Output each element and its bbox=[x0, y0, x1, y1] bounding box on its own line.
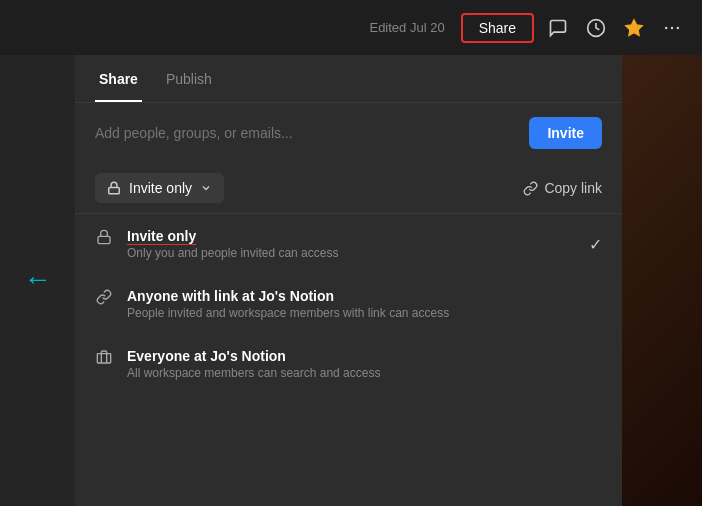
tab-publish[interactable]: Publish bbox=[162, 55, 216, 102]
history-icon[interactable] bbox=[582, 14, 610, 42]
dropdown-item-everyone[interactable]: Everyone at Jo's Notion All workspace me… bbox=[75, 334, 622, 394]
copy-link-label: Copy link bbox=[544, 180, 602, 196]
link-icon bbox=[523, 181, 538, 196]
svg-rect-7 bbox=[97, 354, 110, 363]
tabs-bar: Share Publish bbox=[75, 55, 622, 103]
lock-icon bbox=[107, 181, 121, 195]
invite-input[interactable] bbox=[95, 125, 519, 141]
copy-link-button[interactable]: Copy link bbox=[523, 180, 602, 196]
invite-section: Invite bbox=[75, 103, 622, 163]
sidebar-arrow: → bbox=[0, 55, 75, 506]
invite-button[interactable]: Invite bbox=[529, 117, 602, 149]
edited-label: Edited Jul 20 bbox=[369, 20, 444, 35]
invite-only-title: Invite only bbox=[127, 228, 575, 244]
dropdown-item-invite-only[interactable]: Invite only Only you and people invited … bbox=[75, 214, 622, 274]
access-row: Invite only Copy link bbox=[75, 163, 622, 213]
more-icon[interactable] bbox=[658, 14, 686, 42]
anyone-link-title: Anyone with link at Jo's Notion bbox=[127, 288, 602, 304]
access-dropdown: Invite only Only you and people invited … bbox=[75, 213, 622, 394]
selected-checkmark: ✓ bbox=[589, 235, 602, 254]
link-item-icon bbox=[95, 289, 113, 309]
tab-share[interactable]: Share bbox=[95, 55, 142, 102]
anyone-link-desc: People invited and workspace members wit… bbox=[127, 306, 602, 320]
invite-only-desc: Only you and people invited can access bbox=[127, 246, 575, 260]
right-image-area bbox=[622, 55, 702, 506]
chevron-down-icon bbox=[200, 182, 212, 194]
arrow-icon: → bbox=[24, 265, 52, 297]
invite-only-dropdown-button[interactable]: Invite only bbox=[95, 173, 224, 203]
svg-point-4 bbox=[677, 26, 680, 29]
svg-rect-5 bbox=[109, 187, 120, 193]
share-button[interactable]: Share bbox=[461, 13, 534, 43]
building-item-icon bbox=[95, 349, 113, 369]
lock-item-icon bbox=[95, 229, 113, 249]
invite-only-label: Invite only bbox=[129, 180, 192, 196]
chat-icon[interactable] bbox=[544, 14, 572, 42]
svg-point-2 bbox=[665, 26, 668, 29]
everyone-desc: All workspace members can search and acc… bbox=[127, 366, 602, 380]
svg-marker-1 bbox=[626, 19, 643, 35]
dropdown-item-anyone-link[interactable]: Anyone with link at Jo's Notion People i… bbox=[75, 274, 622, 334]
everyone-title: Everyone at Jo's Notion bbox=[127, 348, 602, 364]
star-icon[interactable] bbox=[620, 14, 648, 42]
svg-rect-6 bbox=[98, 236, 110, 243]
share-panel: Share Publish Invite Invite only Cop bbox=[75, 55, 622, 394]
svg-point-3 bbox=[671, 26, 674, 29]
top-bar: Edited Jul 20 Share bbox=[0, 0, 702, 55]
